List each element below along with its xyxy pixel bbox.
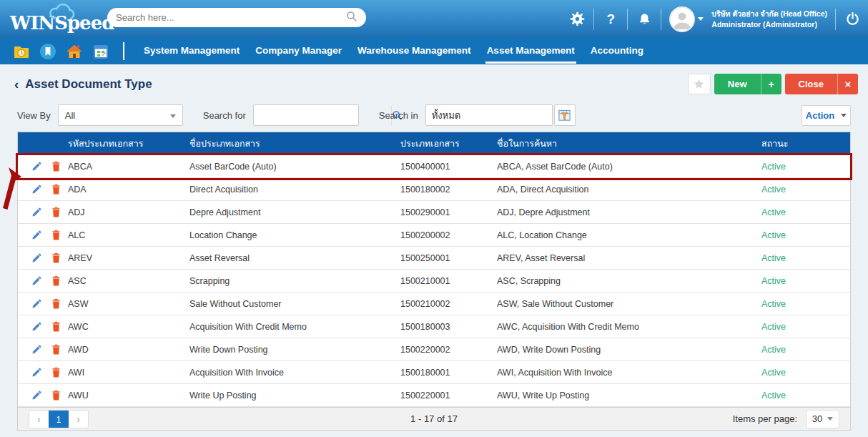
view-by-value: All — [65, 110, 75, 121]
nav-item-asset-management[interactable]: Asset Management — [479, 38, 583, 64]
search-for-label: Search for — [203, 110, 246, 121]
nav-item-system-management[interactable]: System Management — [136, 38, 247, 64]
row-actions — [18, 207, 68, 218]
items-per-page-select[interactable]: 30 — [806, 410, 839, 428]
edit-pencil-icon[interactable] — [31, 275, 42, 287]
items-per-page: Items per page: 30 — [733, 410, 839, 428]
table-row[interactable]: AWU Write Up Posting 1500220001 AWU, Wri… — [18, 384, 850, 407]
power-logout-icon[interactable] — [844, 11, 861, 28]
delete-trash-icon[interactable] — [51, 298, 62, 310]
row-code: ABCA — [68, 162, 189, 172]
row-doc-number: 1500200002 — [400, 230, 497, 240]
table-row[interactable]: ASC Scrapping 1500210001 ASC, Scrapping … — [18, 270, 850, 293]
page-number-button[interactable]: 1 — [49, 411, 69, 428]
bookmark-icon[interactable] — [39, 43, 56, 60]
prev-page-button[interactable]: ‹ — [29, 411, 49, 428]
table-row[interactable]: AWC Acquisition With Credit Memo 1500180… — [18, 315, 850, 338]
notifications-bell-icon[interactable] — [636, 11, 653, 28]
delete-trash-icon[interactable] — [51, 184, 62, 195]
global-search[interactable] — [107, 8, 366, 27]
row-status: Active — [761, 185, 850, 195]
filter-funnel-icon[interactable] — [554, 104, 576, 126]
global-search-input[interactable] — [116, 12, 346, 23]
chevron-down-icon — [698, 17, 704, 21]
delete-trash-icon[interactable] — [51, 230, 62, 241]
filter-row: View By All Search for Search in Action — [17, 104, 851, 126]
table-row[interactable]: AWI Acquisition With Invoice 1500180001 … — [18, 361, 850, 384]
row-actions — [18, 344, 68, 355]
edit-pencil-icon[interactable] — [31, 298, 42, 310]
search-in-box — [425, 104, 553, 126]
column-code[interactable]: รหัสประเภทเอกสาร — [68, 137, 189, 151]
action-dropdown[interactable]: Action — [802, 105, 851, 126]
next-page-button[interactable]: › — [69, 411, 88, 428]
table-row[interactable]: ASW Sale Without Customer 1500210002 ASW… — [18, 293, 850, 315]
row-actions — [18, 230, 68, 241]
page-content: ‹ Asset Document Type New + Close × View… — [0, 64, 868, 437]
edit-pencil-icon[interactable] — [31, 367, 42, 378]
nav-item-accounting[interactable]: Accounting — [583, 38, 651, 64]
table-row[interactable]: ADJ Depre Adjustment 1500290001 ADJ, Dep… — [18, 201, 850, 224]
back-chevron-icon[interactable]: ‹ — [14, 77, 19, 92]
row-doc-number: 1500290001 — [400, 207, 497, 217]
edit-pencil-icon[interactable] — [31, 321, 42, 333]
items-per-page-value: 30 — [812, 413, 822, 424]
delete-trash-icon[interactable] — [51, 252, 62, 264]
delete-trash-icon[interactable] — [51, 275, 62, 287]
close-button[interactable]: Close × — [785, 74, 858, 94]
row-actions — [18, 252, 68, 264]
home-icon[interactable] — [66, 43, 83, 60]
edit-pencil-icon[interactable] — [31, 252, 42, 264]
plus-icon[interactable]: + — [761, 74, 781, 94]
table-body: ABCA Asset BarCode (Auto) 1500400001 ABC… — [18, 155, 850, 407]
user-menu[interactable] — [669, 6, 704, 32]
delete-trash-icon[interactable] — [51, 321, 62, 333]
user-avatar[interactable] — [669, 6, 695, 32]
nav-item-warehouse-management[interactable]: Warehouse Management — [350, 38, 479, 64]
pagination: ‹ 1 › — [29, 410, 89, 428]
nav-item-company-manager[interactable]: Company Manager — [247, 38, 350, 64]
table-row[interactable]: ADA Direct Acquisition 1500180002 ADA, D… — [18, 178, 850, 201]
toolbar: New + Close × — [688, 74, 858, 94]
history-folder-icon[interactable] — [13, 43, 30, 60]
edit-pencil-icon[interactable] — [31, 230, 42, 241]
row-doc-number: 1500180003 — [400, 322, 497, 332]
logo[interactable]: WINSpeed — [10, 5, 104, 34]
row-actions — [18, 298, 68, 310]
column-name[interactable]: ชื่อประเภทเอกสาร — [189, 137, 400, 151]
edit-pencil-icon[interactable] — [31, 161, 42, 172]
row-actions — [18, 321, 68, 333]
delete-trash-icon[interactable] — [51, 367, 62, 378]
row-name: Sale Without Customer — [189, 299, 400, 309]
edit-pencil-icon[interactable] — [31, 184, 42, 195]
table-row[interactable]: AREV Asset Reversal 1500250001 AREV, Ass… — [18, 247, 850, 270]
search-for-input[interactable] — [254, 105, 391, 125]
delete-trash-icon[interactable] — [51, 161, 62, 172]
column-search-name[interactable]: ชื่อในการค้นหา — [497, 137, 761, 151]
edit-pencil-icon[interactable] — [31, 390, 42, 401]
row-doc-number: 1500250001 — [400, 253, 497, 263]
help-icon[interactable]: ? — [602, 11, 619, 28]
row-code: AWI — [68, 368, 189, 378]
view-by-select[interactable]: All — [58, 104, 183, 126]
edit-pencil-icon[interactable] — [31, 207, 42, 218]
favorite-star-button[interactable] — [688, 74, 711, 94]
close-x-icon[interactable]: × — [837, 74, 858, 94]
row-code: AWD — [68, 345, 189, 355]
calendar-icon[interactable] — [92, 43, 109, 60]
column-status[interactable]: สถานะ — [761, 137, 850, 151]
new-button[interactable]: New + — [714, 74, 781, 94]
search-icon[interactable] — [346, 11, 357, 25]
title-row: ‹ Asset Document Type New + Close × — [0, 64, 868, 94]
delete-trash-icon[interactable] — [51, 344, 62, 355]
table-row[interactable]: ABCA Asset BarCode (Auto) 1500400001 ABC… — [18, 155, 850, 178]
edit-pencil-icon[interactable] — [31, 344, 42, 355]
table-row[interactable]: ALC Location Change 1500200002 ALC, Loca… — [18, 224, 850, 247]
delete-trash-icon[interactable] — [51, 207, 62, 218]
separator — [593, 9, 594, 30]
settings-gear-icon[interactable] — [568, 11, 586, 28]
column-doc-type[interactable]: ประเภทเอกสาร — [400, 137, 497, 151]
table-row[interactable]: AWD Write Down Posting 1500220002 AWD, W… — [18, 338, 850, 361]
delete-trash-icon[interactable] — [51, 390, 62, 401]
search-in-input[interactable] — [426, 105, 563, 125]
